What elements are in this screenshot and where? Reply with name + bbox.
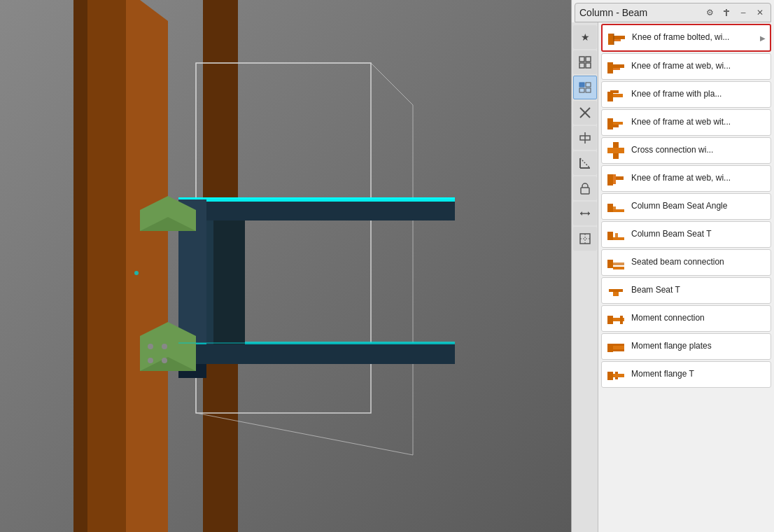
list-item[interactable]: Seated beam connection (601, 249, 771, 276)
svg-point-19 (148, 344, 153, 349)
svg-rect-86 (613, 344, 624, 346)
svg-marker-3 (126, 0, 140, 532)
connection-label-8: Column Beam Seat T (631, 229, 766, 240)
svg-marker-4 (140, 0, 168, 532)
sidebar-icon-diagonal[interactable] (573, 101, 597, 125)
svg-rect-83 (620, 316, 623, 324)
svg-rect-69 (613, 174, 616, 184)
svg-rect-58 (613, 68, 620, 70)
list-item[interactable]: Column Beam Seat T (601, 221, 771, 248)
pin-icon (722, 8, 731, 18)
list-item[interactable]: Moment connection (601, 305, 771, 332)
connection-label-7: Column Beam Seat Angle (631, 201, 766, 212)
svg-rect-56 (607, 62, 613, 74)
svg-rect-33 (586, 63, 591, 68)
svg-marker-12 (178, 200, 455, 220)
svg-rect-35 (586, 83, 591, 87)
list-item[interactable]: Cross connection wi... (601, 137, 771, 164)
svg-marker-2 (73, 0, 87, 532)
left-sidebar: ★ (572, 22, 598, 532)
svg-rect-89 (613, 374, 624, 377)
connection-icon-3 (606, 85, 626, 104)
list-item[interactable]: Knee of frame at web, wi... (601, 53, 771, 80)
list-item[interactable]: Moment flange plates (601, 333, 771, 360)
svg-line-44 (580, 158, 590, 168)
svg-rect-59 (607, 92, 613, 102)
svg-rect-32 (579, 63, 584, 68)
svg-rect-72 (613, 206, 616, 209)
connection-icon-4 (606, 113, 626, 132)
connection-icon-6 (606, 169, 626, 188)
sidebar-icon-cross[interactable] (573, 126, 597, 150)
svg-rect-60 (613, 94, 623, 97)
svg-rect-45 (581, 188, 589, 194)
svg-rect-79 (609, 289, 623, 292)
connection-label-2: Knee of frame at web, wi... (631, 61, 766, 72)
svg-rect-37 (586, 88, 591, 92)
svg-rect-57 (613, 64, 624, 68)
list-item[interactable]: Knee of frame at web wit... (601, 109, 771, 136)
svg-rect-76 (607, 260, 613, 268)
pin-button[interactable] (720, 6, 733, 19)
svg-rect-85 (613, 346, 624, 349)
svg-rect-71 (613, 209, 624, 212)
svg-rect-78 (613, 262, 624, 265)
list-item[interactable]: Beam Seat T (601, 277, 771, 304)
sidebar-icon-grid[interactable] (573, 50, 597, 74)
connection-icon-2 (606, 57, 626, 76)
list-item[interactable]: Column Beam Seat Angle (601, 193, 771, 220)
sidebar-icon-lock[interactable] (573, 176, 597, 200)
svg-rect-90 (615, 372, 618, 374)
svg-rect-87 (613, 349, 624, 351)
svg-rect-30 (579, 57, 584, 62)
connection-label-11: Moment connection (631, 313, 766, 324)
sidebar-icon-angle[interactable] (573, 151, 597, 175)
svg-point-22 (162, 358, 167, 363)
connection-label-10: Beam Seat T (631, 285, 766, 296)
connection-label-1: Knee of frame bolted, wi... (632, 32, 754, 43)
svg-rect-36 (579, 88, 584, 92)
svg-point-21 (148, 358, 153, 363)
sidebar-icon-arrows[interactable] (573, 202, 597, 225)
connection-icon-7 (606, 197, 626, 216)
sidebar-icon-star[interactable]: ★ (573, 25, 597, 49)
connection-icon-5 (606, 141, 626, 160)
connection-icon-1 (607, 28, 626, 48)
svg-rect-75 (615, 233, 618, 237)
svg-rect-66 (607, 148, 624, 153)
connection-icon-9 (606, 253, 626, 272)
connection-label-12: Moment flange plates (631, 341, 766, 352)
svg-marker-11 (213, 209, 245, 344)
svg-rect-81 (607, 316, 613, 324)
svg-rect-84 (607, 344, 613, 352)
list-item[interactable]: Knee of frame at web, wi... (601, 165, 771, 192)
connection-label-4: Knee of frame at web wit... (631, 117, 766, 128)
gear-button[interactable]: ⚙ (703, 6, 716, 19)
connection-icon-12 (606, 337, 626, 356)
sidebar-icon-list[interactable] (573, 76, 597, 99)
svg-rect-77 (613, 267, 624, 270)
svg-rect-34 (579, 83, 584, 87)
sidebar-icon-frame[interactable] (573, 227, 597, 251)
list-item[interactable]: Knee of frame bolted, wi... ▶ (601, 24, 771, 52)
connection-icon-13 (606, 365, 626, 384)
svg-rect-74 (613, 237, 624, 240)
svg-rect-73 (607, 232, 613, 240)
svg-rect-31 (586, 57, 591, 62)
svg-rect-53 (614, 36, 625, 39)
svg-rect-54 (614, 39, 621, 41)
panel-title: Column - Beam (579, 7, 699, 18)
close-button[interactable]: ✕ (754, 6, 766, 19)
connection-label-6: Knee of frame at web, wi... (631, 173, 766, 184)
right-panel: Column - Beam ⚙ – ✕ ★ (571, 0, 774, 532)
panel-body: ★ (572, 22, 774, 532)
svg-marker-48 (580, 211, 582, 216)
connection-label-13: Moment flange T (631, 369, 766, 380)
svg-rect-80 (613, 292, 619, 296)
svg-rect-62 (607, 118, 613, 130)
connection-icon-11 (606, 309, 626, 328)
list-item[interactable]: Moment flange T (601, 361, 771, 388)
svg-marker-47 (588, 211, 590, 216)
list-item[interactable]: Knee of frame with pla... (601, 81, 771, 108)
minimize-button[interactable]: – (737, 6, 750, 19)
